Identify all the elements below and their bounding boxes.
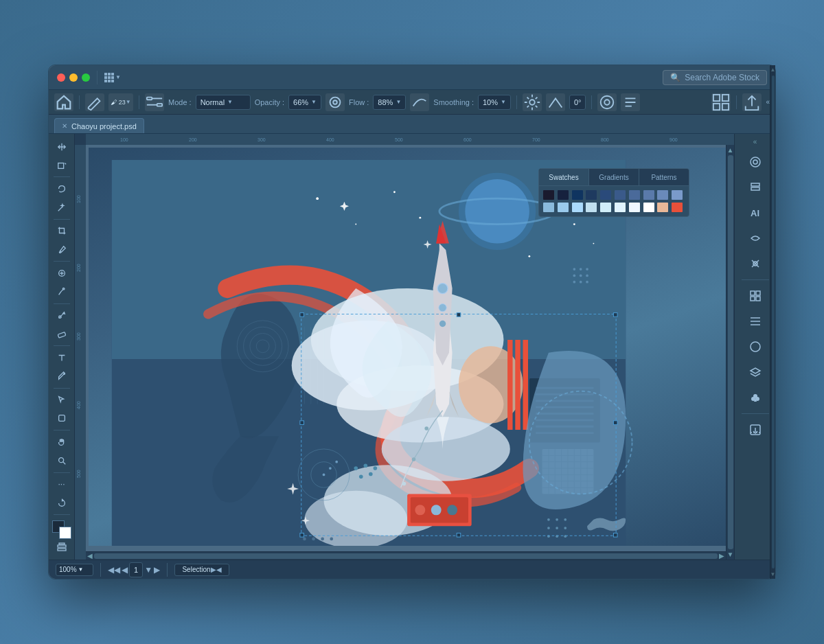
- swatch-4[interactable]: [586, 190, 597, 200]
- gradients-tab[interactable]: Gradients: [589, 169, 639, 185]
- clone-tool[interactable]: [52, 307, 71, 324]
- lasso-tool[interactable]: [52, 180, 71, 197]
- smoothing-input[interactable]: 10% ▼: [478, 95, 511, 110]
- arrange-button[interactable]: [711, 93, 731, 111]
- color-picker-panel-btn[interactable]: [743, 150, 768, 174]
- brush-size-button[interactable]: 🖌 23 ▼: [108, 93, 133, 111]
- frame-prev-btn[interactable]: ◀◀: [108, 565, 120, 575]
- grid-panel-btn[interactable]: [743, 284, 768, 308]
- scrollbar-horizontal[interactable]: ◀ ▶: [86, 551, 726, 560]
- smoothing-icon-button[interactable]: [410, 93, 429, 111]
- swatch-3[interactable]: [572, 190, 583, 200]
- foreground-color[interactable]: [52, 520, 71, 539]
- patterns-tab[interactable]: Patterns: [639, 169, 689, 185]
- angle-value: 0°: [574, 98, 582, 106]
- eyedropper-tool[interactable]: [52, 241, 71, 258]
- path-select-tool[interactable]: [52, 391, 71, 409]
- brush-tool-button[interactable]: [85, 93, 104, 111]
- swatch-20[interactable]: [672, 203, 683, 212]
- scrollbar-vertical[interactable]: ▲ ▼: [726, 145, 734, 560]
- mode-select[interactable]: Normal ▼: [196, 95, 251, 110]
- extra-button[interactable]: [621, 93, 640, 111]
- swatches-row-1: [543, 190, 685, 200]
- tab-close-button[interactable]: ✕: [62, 122, 67, 130]
- layers-panel-toggle[interactable]: [56, 542, 67, 555]
- opacity-input[interactable]: 66% ▼: [288, 95, 321, 110]
- layers2-panel-btn[interactable]: [743, 360, 768, 384]
- lines-panel-btn[interactable]: [743, 310, 768, 333]
- pressure-button[interactable]: [597, 93, 617, 111]
- swatch-7[interactable]: [629, 190, 640, 200]
- text-tool[interactable]: [52, 349, 71, 366]
- angle-button[interactable]: [546, 93, 565, 111]
- workspace-icon[interactable]: ▼: [104, 73, 121, 82]
- maximize-button[interactable]: [82, 73, 90, 82]
- brush-settings-button[interactable]: [145, 93, 164, 111]
- minimize-button[interactable]: [69, 73, 78, 82]
- hand-tool[interactable]: [52, 433, 71, 450]
- scroll-h-thumb[interactable]: [94, 553, 718, 559]
- gear-button[interactable]: [523, 93, 542, 111]
- rect-select-tool[interactable]: [52, 157, 71, 174]
- swatch-17[interactable]: [629, 203, 640, 212]
- zoom-tool[interactable]: [52, 452, 71, 469]
- circle-icon: [748, 340, 762, 354]
- scroll-right-arrow[interactable]: ▶: [719, 552, 724, 560]
- swatch-8[interactable]: [643, 190, 654, 200]
- export-panel-btn[interactable]: [743, 418, 768, 441]
- swatch-16[interactable]: [615, 203, 626, 212]
- share-button[interactable]: [742, 93, 762, 111]
- swatches-tab[interactable]: Swatches: [539, 169, 589, 185]
- swatch-19[interactable]: [657, 203, 668, 212]
- club-panel-btn[interactable]: [743, 386, 768, 409]
- search-adobe-stock[interactable]: 🔍 Search Adobe Stock: [663, 70, 767, 85]
- layers-panel-btn[interactable]: [743, 176, 768, 199]
- home-button[interactable]: [54, 93, 73, 111]
- selection-nav-fwd[interactable]: ▶: [211, 566, 216, 573]
- move-tool[interactable]: [52, 138, 71, 155]
- scroll-up-arrow[interactable]: ▲: [727, 146, 734, 154]
- scroll-thumb[interactable]: [728, 155, 733, 549]
- swatch-9[interactable]: [657, 190, 668, 200]
- scroll-left-arrow[interactable]: ◀: [87, 552, 93, 560]
- more-tools-button[interactable]: ···: [52, 476, 71, 493]
- scroll-down-arrow[interactable]: ▼: [727, 551, 734, 558]
- panel-collapse-left[interactable]: «: [753, 138, 757, 146]
- swatch-1[interactable]: [543, 190, 554, 200]
- swatch-15[interactable]: [600, 203, 611, 212]
- selection-field[interactable]: Selection ▶ ◀: [174, 564, 229, 576]
- swatch-14[interactable]: [586, 203, 597, 212]
- healing-tool[interactable]: [52, 264, 71, 281]
- swatch-13[interactable]: [572, 203, 583, 212]
- zoom-select[interactable]: 100% ▼: [56, 564, 93, 576]
- swatch-11[interactable]: [543, 203, 554, 212]
- crop-tool[interactable]: [52, 222, 71, 240]
- adjustment-panel-btn[interactable]: [743, 252, 768, 275]
- swatch-6[interactable]: [615, 190, 626, 200]
- selection-nav-back[interactable]: ◀: [216, 566, 222, 573]
- frame-back-btn[interactable]: ◀: [122, 565, 128, 575]
- swatch-12[interactable]: [558, 203, 569, 212]
- pen-tool[interactable]: [52, 367, 71, 384]
- swatch-2[interactable]: [558, 190, 569, 200]
- frame-number[interactable]: 1: [129, 562, 143, 577]
- brush-tool[interactable]: [52, 284, 71, 301]
- magic-wand-tool[interactable]: [52, 199, 71, 216]
- airbrush-button[interactable]: [325, 93, 345, 111]
- rotate-tool[interactable]: [52, 494, 71, 511]
- flow-input[interactable]: 88% ▼: [373, 95, 406, 110]
- frame-forward-btn[interactable]: ▶: [154, 565, 160, 575]
- circle-panel-btn[interactable]: [743, 335, 768, 358]
- svg-rect-9: [713, 94, 720, 100]
- shape-tool[interactable]: [52, 410, 71, 427]
- swatch-18[interactable]: [643, 203, 654, 212]
- close-button[interactable]: [57, 73, 65, 82]
- eraser-tool[interactable]: [52, 325, 71, 343]
- angle-input[interactable]: 0°: [569, 95, 586, 110]
- ai-panel-btn[interactable]: AI: [743, 201, 768, 225]
- swatch-5[interactable]: [600, 190, 611, 200]
- document-tab[interactable]: ✕ Chaoyu project.psd: [54, 118, 144, 133]
- rp-scroll-thumb[interactable]: [772, 134, 775, 560]
- swatch-10[interactable]: [672, 190, 683, 200]
- mask-panel-btn[interactable]: [743, 227, 768, 250]
